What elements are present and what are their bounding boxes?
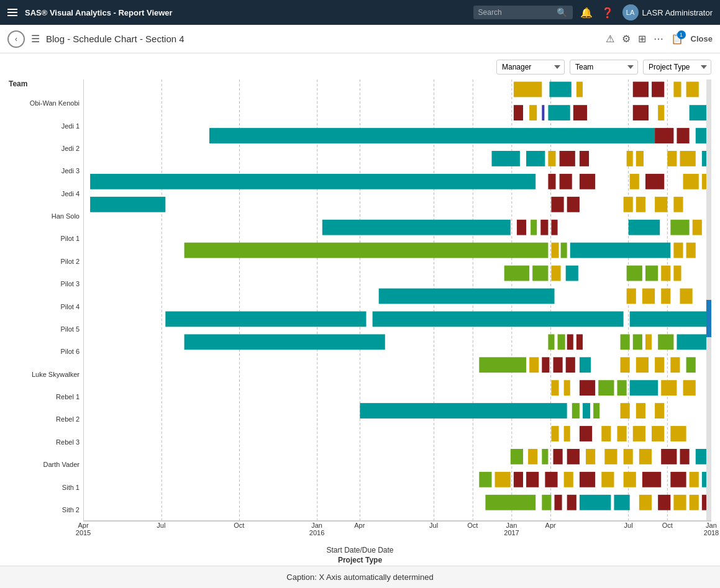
svg-rect-162 <box>690 495 699 510</box>
svg-rect-17 <box>514 105 523 120</box>
svg-rect-155 <box>555 495 562 510</box>
caption-bar: Caption: X Axis automatically determined <box>0 566 720 588</box>
x-label-jan2016: Jan2016 <box>309 522 324 536</box>
svg-rect-74 <box>661 266 670 281</box>
avatar: LA <box>622 4 639 20</box>
svg-rect-109 <box>617 380 627 396</box>
y-label-pilot5: Pilot 5 <box>9 318 83 340</box>
svg-rect-57 <box>540 220 548 235</box>
svg-rect-132 <box>567 449 580 464</box>
scrollbar[interactable] <box>706 79 711 520</box>
svg-rect-25 <box>209 128 655 143</box>
svg-rect-95 <box>529 357 539 373</box>
svg-rect-85 <box>548 334 554 350</box>
svg-rect-43 <box>630 174 639 189</box>
main-content: Manager Team Project Type Team Obi-Wan K… <box>0 53 720 588</box>
top-bar-icons: 🔔 ❓ LA LASR Administrator <box>580 4 713 20</box>
page-title: Blog - Schedule Chart - Section 4 <box>46 34 599 44</box>
svg-rect-119 <box>655 403 664 418</box>
svg-rect-18 <box>529 105 537 120</box>
x-label-apr3: Apr <box>545 522 556 529</box>
more-icon[interactable]: ⋯ <box>654 33 663 45</box>
svg-rect-76 <box>379 289 555 304</box>
chart-plot <box>83 79 711 521</box>
svg-rect-70 <box>551 266 560 281</box>
list-icon[interactable]: ☰ <box>31 33 40 45</box>
svg-rect-105 <box>551 380 558 396</box>
svg-rect-30 <box>526 151 545 166</box>
svg-rect-64 <box>561 243 567 258</box>
svg-rect-96 <box>542 357 549 373</box>
help-icon[interactable]: ❓ <box>601 7 614 19</box>
svg-rect-23 <box>658 105 664 120</box>
team-filter[interactable]: Team <box>570 60 638 75</box>
y-label-pilot1: Pilot 1 <box>9 227 83 250</box>
filter-icon[interactable]: ⚙ <box>622 33 631 45</box>
svg-rect-59 <box>629 220 660 235</box>
manager-filter[interactable]: Manager <box>496 60 565 75</box>
svg-rect-55 <box>517 220 526 235</box>
svg-rect-84 <box>185 334 385 350</box>
svg-rect-103 <box>670 357 680 373</box>
x-label-oct2: Oct <box>467 522 478 529</box>
y-axis: Team Obi-Wan Kenobi Jedi 1 Jedi 2 Jedi 3… <box>9 79 83 521</box>
search-icon: 🔍 <box>557 7 567 17</box>
svg-rect-72 <box>627 266 642 281</box>
svg-rect-88 <box>576 334 583 350</box>
svg-rect-160 <box>658 495 670 510</box>
caption-text: Caption: X Axis automatically determined <box>286 572 433 582</box>
sub-bar: ‹ ☰ Blog - Schedule Chart - Section 4 ⚠ … <box>0 25 720 53</box>
svg-rect-10 <box>514 82 542 97</box>
svg-rect-49 <box>567 197 580 212</box>
svg-rect-117 <box>621 403 630 418</box>
svg-rect-40 <box>548 174 555 189</box>
close-button[interactable]: Close <box>691 34 713 43</box>
svg-rect-157 <box>580 495 611 510</box>
svg-rect-29 <box>492 151 520 166</box>
y-label-sith2: Sith 2 <box>9 499 83 521</box>
svg-rect-99 <box>580 357 591 373</box>
user-menu[interactable]: LA LASR Administrator <box>622 4 713 20</box>
alert-icon[interactable]: ⚠ <box>606 33 614 45</box>
svg-rect-37 <box>680 151 696 166</box>
svg-rect-106 <box>564 380 570 396</box>
svg-rect-134 <box>604 449 617 464</box>
svg-rect-142 <box>514 472 523 487</box>
svg-rect-100 <box>621 357 630 373</box>
svg-rect-15 <box>673 82 681 97</box>
svg-rect-50 <box>624 197 633 212</box>
svg-rect-60 <box>670 220 689 235</box>
search-box[interactable]: 🔍 <box>473 6 573 19</box>
svg-rect-127 <box>670 426 686 441</box>
svg-rect-27 <box>677 128 689 143</box>
project-type-filter[interactable]: Project Type <box>643 60 711 75</box>
svg-rect-69 <box>532 266 548 281</box>
svg-rect-26 <box>655 128 673 143</box>
svg-rect-58 <box>551 220 557 235</box>
svg-rect-86 <box>558 334 565 350</box>
svg-rect-126 <box>652 426 664 441</box>
x-axis: Apr2015 Jul Oct Jan2016 Apr Jul Oct Jan2… <box>83 521 711 543</box>
bell-icon[interactable]: 🔔 <box>580 7 593 19</box>
svg-rect-140 <box>479 472 491 487</box>
svg-rect-137 <box>661 449 677 464</box>
layout-icon[interactable]: ⊞ <box>638 33 646 45</box>
y-label-pilot4: Pilot 4 <box>9 295 83 317</box>
svg-rect-136 <box>639 449 652 464</box>
svg-rect-159 <box>639 495 652 510</box>
svg-rect-14 <box>652 82 664 97</box>
svg-rect-16 <box>686 82 699 97</box>
back-button[interactable]: ‹ <box>7 30 25 48</box>
svg-rect-73 <box>645 266 658 281</box>
svg-rect-116 <box>593 403 599 418</box>
hamburger-menu[interactable] <box>7 9 17 16</box>
scrollbar-thumb[interactable] <box>706 300 711 337</box>
svg-rect-56 <box>531 220 537 235</box>
svg-rect-31 <box>548 151 555 166</box>
svg-rect-146 <box>580 472 595 487</box>
svg-rect-114 <box>572 403 580 418</box>
notification-badge[interactable]: 📋 1 <box>671 33 683 45</box>
svg-rect-133 <box>586 449 595 464</box>
svg-rect-149 <box>642 472 661 487</box>
search-input[interactable] <box>478 8 553 17</box>
